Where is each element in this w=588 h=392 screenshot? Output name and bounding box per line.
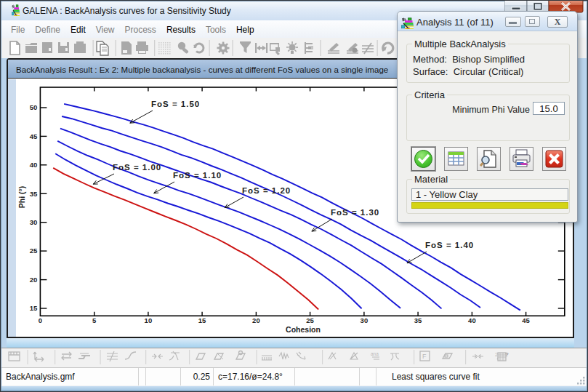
- svg-text:ana: ana: [371, 351, 379, 356]
- svg-text:F: F: [422, 353, 427, 360]
- svg-text:?: ?: [505, 351, 509, 358]
